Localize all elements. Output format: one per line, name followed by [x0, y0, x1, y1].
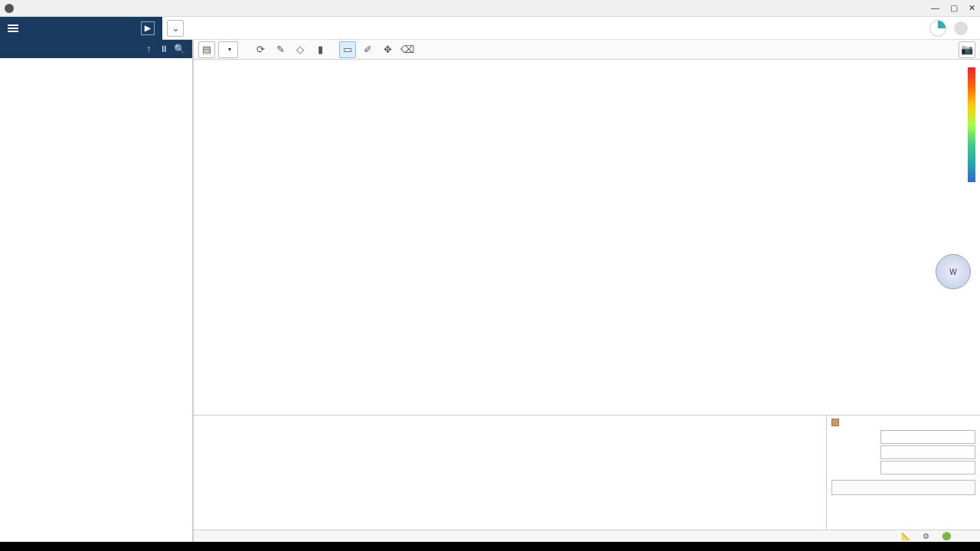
screenshot-icon[interactable]: 📷	[959, 41, 975, 58]
play-icon[interactable]: ▶	[141, 21, 155, 35]
borehole-icon	[831, 419, 839, 426]
seequent-icon[interactable]	[929, 20, 946, 37]
statusbar: 📐 ⚙ 🟢	[194, 530, 980, 542]
main: ▤ ▾ ⟳ ✎ ◇ ▮ ▭ ✐ ✥ ⌫ 📷	[193, 40, 980, 542]
close-button[interactable]: ✕	[969, 3, 975, 13]
draw-icon[interactable]: ✎	[272, 41, 289, 58]
layer-list	[194, 416, 827, 530]
view-list-icon[interactable]: ▤	[198, 41, 215, 58]
rotate-icon[interactable]: ⟳	[252, 41, 269, 58]
erase-icon[interactable]: ⌫	[399, 41, 416, 58]
project-tree-header: ↑ ⏸ 🔍	[0, 40, 192, 58]
format-display-button[interactable]	[831, 480, 975, 495]
select-icon[interactable]: ▭	[339, 41, 356, 58]
hamburger-icon[interactable]	[8, 24, 18, 32]
status-code[interactable]: ⚙	[923, 532, 929, 540]
scene-toolbar: ▤ ▾ ⟳ ✎ ◇ ▮ ▭ ✐ ✥ ⌫ 📷	[194, 40, 980, 60]
minimize-button[interactable]: —	[931, 3, 939, 13]
props-title	[831, 419, 975, 426]
layer-properties	[827, 416, 980, 530]
plane-icon[interactable]: ▮	[312, 41, 328, 58]
project-tree[interactable]	[0, 58, 192, 542]
dropdown-button[interactable]: ⌄	[167, 20, 184, 37]
lasso-icon[interactable]: ◇	[292, 41, 309, 58]
tabs	[184, 17, 922, 39]
legend-bar	[968, 67, 975, 182]
titlebar: — ▢ ✕	[0, 0, 980, 17]
edit-icon[interactable]: ✐	[359, 41, 376, 58]
look-button[interactable]: ▾	[218, 41, 238, 58]
topbar: ▶ ⌄	[0, 17, 980, 40]
status-axis-icon[interactable]: 📐	[901, 532, 910, 540]
query-select[interactable]	[880, 445, 975, 459]
maximize-button[interactable]: ▢	[950, 3, 958, 13]
compass[interactable]: W	[936, 254, 971, 289]
search-icon[interactable]: 🔍	[172, 42, 186, 56]
size-input[interactable]	[880, 461, 975, 474]
user-menu[interactable]	[954, 21, 972, 35]
avatar	[954, 21, 968, 35]
slice-select[interactable]	[880, 430, 975, 444]
status-accel: 🟢	[942, 532, 951, 540]
scene-view[interactable]: W	[194, 60, 980, 415]
up-icon[interactable]: ↑	[142, 42, 155, 56]
pause-icon[interactable]: ⏸	[157, 42, 171, 56]
app-icon	[5, 4, 14, 13]
move-icon[interactable]: ✥	[379, 41, 396, 58]
color-legend	[942, 64, 975, 182]
sidebar: ↑ ⏸ 🔍	[0, 40, 193, 542]
scene-layers-panel	[194, 415, 980, 530]
brand: ▶	[0, 17, 162, 40]
